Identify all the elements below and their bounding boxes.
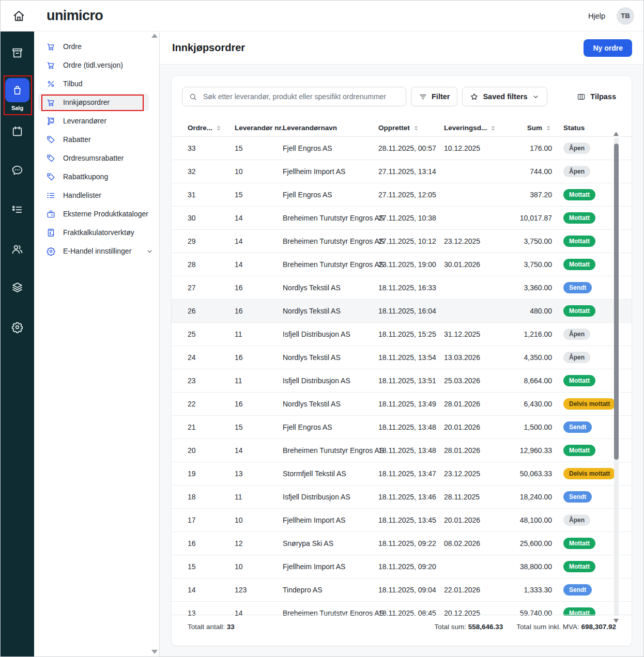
bag-icon (5, 78, 29, 102)
toolbar: Filter Saved filters Tilpass (182, 87, 616, 106)
rail-item-salg[interactable]: Salg (1, 78, 34, 111)
cell-opprettet: 18.11.2025, 13:48 (378, 416, 444, 439)
status-badge: Mottatt (563, 445, 595, 456)
cell-opprettet: 27.11.2025, 13:14 (378, 160, 444, 183)
column-header-sum[interactable]: Sum (480, 119, 552, 137)
tag-icon (46, 135, 56, 145)
table-row[interactable]: 2216Nordlys Tekstil AS18.11.2025, 13:492… (172, 393, 632, 416)
table-row[interactable]: 2311Isfjell Distribusjon AS18.11.2025, 1… (172, 369, 632, 393)
customize-label: Tilpass (590, 92, 616, 101)
rail-item-chat[interactable] (1, 164, 34, 179)
table-row[interactable]: 3210Fjellheim Import AS27.11.2025, 13:14… (172, 160, 632, 183)
table-row[interactable]: 1314Breheimen Turutstyr Engros AS18.11.2… (172, 602, 632, 616)
cart-icon (46, 60, 56, 70)
cell-leverandor-nr: 11 (235, 486, 280, 509)
cell-ordrenummer: 26 (188, 300, 232, 323)
table-row[interactable]: 3115Fjell Engros AS27.11.2025, 12:05387.… (172, 183, 632, 207)
status-badge: Åpen (563, 143, 590, 154)
table-row[interactable]: 2914Breheimen Turutstyr Engros AS27.11.2… (172, 230, 632, 253)
scrollbar-thumb[interactable] (614, 144, 619, 460)
cell-opprettet: 18.11.2025, 15:25 (378, 323, 444, 346)
sidebar-scroll-up-icon[interactable] (151, 34, 158, 38)
cell-status: Mottatt (563, 305, 595, 317)
sidebar-item-ordre[interactable]: Ordre (38, 38, 149, 55)
sidebar-item-leverand-rer[interactable]: Leverandører (38, 112, 149, 130)
cell-status: Delvis mottatt (563, 398, 616, 410)
table-row[interactable]: 1510Fjellheim Import AS18.11.2025, 09:20… (172, 555, 632, 578)
status-badge: Åpen (563, 352, 590, 363)
cell-status: Sendt (563, 282, 592, 293)
avatar[interactable]: TB (617, 7, 634, 25)
saved-filters-button[interactable]: Saved filters (462, 87, 547, 106)
status-badge: Delvis mottatt (563, 398, 616, 410)
table-row[interactable]: 2814Breheimen Turutstyr Engros AS23.11.2… (172, 253, 632, 276)
table-header-row: Ordre...Leverandør nr.LeverandørnavnOppr… (172, 119, 632, 137)
cell-opprettet: 18.11.2025, 13:46 (378, 486, 444, 509)
cell-status: Sendt (563, 491, 592, 503)
sidebar-item-fraktkalkulatorverkt-y[interactable]: Fraktkalkulatorverktøy (38, 224, 149, 241)
scroll-up-icon[interactable] (614, 132, 619, 136)
new-order-button[interactable]: Ny ordre (584, 39, 632, 57)
sidebar-item-innkj-psordrer[interactable]: Innkjøpsordrer (38, 93, 149, 111)
column-header-opprettet[interactable]: Opprettet (378, 119, 444, 137)
sidebar-item-tilbud[interactable]: Tilbud (38, 75, 149, 92)
help-link[interactable]: Hjelp (588, 12, 605, 20)
sidebar-item-e-handel-innstillinger[interactable]: E-Handel innstillinger (38, 242, 149, 260)
rail-item-settings[interactable] (1, 321, 34, 336)
sidebar-item-rabatter[interactable]: Rabatter (38, 131, 149, 148)
cell-status: Sendt (563, 421, 592, 433)
table-row[interactable]: 1612Snørypa Ski AS18.11.2025, 09:2208.02… (172, 532, 632, 555)
rail-item-calendar[interactable] (1, 125, 34, 140)
rail-item-contacts[interactable] (1, 243, 34, 258)
cell-sum: 1,216.00 (480, 323, 552, 346)
rail-item-archive[interactable] (1, 46, 34, 61)
cell-leverandor-nr: 14 (235, 230, 280, 253)
filter-button[interactable]: Filter (411, 87, 457, 106)
status-badge: Åpen (563, 328, 590, 340)
cell-ordrenummer: 27 (188, 276, 232, 300)
table-row[interactable]: 2115Fjell Engros AS18.11.2025, 13:4820.0… (172, 416, 632, 439)
table-row[interactable]: 1710Fjellheim Import AS18.11.2025, 13:45… (172, 509, 632, 532)
percent-icon (46, 79, 56, 89)
list-icon (46, 191, 56, 200)
table-row[interactable]: 2511Isfjell Distribusjon AS18.11.2025, 1… (172, 323, 632, 346)
home-icon[interactable] (12, 9, 26, 23)
table-row[interactable]: 14123Tindepro AS18.11.2025, 09:0422.01.2… (172, 578, 632, 602)
table-row[interactable]: 3315Fjell Engros AS28.11.2025, 00:5710.1… (172, 137, 632, 160)
gear-icon (46, 246, 56, 256)
column-label: Status (563, 124, 585, 132)
sidebar-item-handlelister[interactable]: Handlelister (38, 186, 149, 204)
table-row[interactable]: 2616Nordlys Tekstil AS18.11.2025, 16:044… (172, 300, 632, 323)
cell-ordrenummer: 28 (188, 253, 232, 276)
rail-item-layers[interactable] (1, 281, 34, 296)
cell-leverandornavn: Snørypa Ski AS (283, 532, 378, 555)
table-row[interactable]: 2416Nordlys Tekstil AS18.11.2025, 13:541… (172, 346, 632, 369)
table-row[interactable]: 3014Breheimen Turutstyr Engros AS27.11.2… (172, 207, 632, 230)
column-label: Sum (527, 124, 542, 132)
search-input[interactable] (202, 92, 406, 101)
cell-leverandor-nr: 11 (235, 369, 280, 393)
sidebar-item-ordresumsrabatter[interactable]: Ordresumsrabatter (38, 149, 149, 167)
table-row[interactable]: 1811Isfjell Distribusjon AS18.11.2025, 1… (172, 486, 632, 509)
cell-leverandornavn: Breheimen Turutstyr Engros AS (283, 602, 378, 616)
rail-item-tasks[interactable] (1, 203, 34, 218)
search-icon (189, 92, 197, 101)
cell-sum: 8,664.00 (480, 369, 552, 393)
sidebar-item-rabattkupong[interactable]: Rabattkupong (38, 168, 149, 185)
sidebar-scroll-down-icon[interactable] (151, 650, 158, 654)
status-badge: Sendt (563, 282, 592, 293)
customize-button[interactable]: Tilpass (577, 92, 616, 101)
table-scrollbar[interactable] (614, 138, 619, 616)
archive-icon (11, 46, 24, 61)
cell-opprettet: 28.11.2025, 00:57 (378, 137, 444, 160)
table-row[interactable]: 1913Stormfjell Tekstil AS18.11.2025, 13:… (172, 462, 632, 486)
table-row[interactable]: 2716Nordlys Tekstil AS18.11.2025, 16:333… (172, 276, 632, 300)
sidebar-item-eksterne-produktkataloger[interactable]: Eksterne Produktkataloger (38, 205, 149, 223)
table-row[interactable]: 2014Breheimen Turutstyr Engros AS18.11.2… (172, 439, 632, 462)
cell-ordrenummer: 32 (188, 160, 232, 183)
rail-item-label: Salg (11, 105, 23, 111)
sidebar-item-ordre-tidl-versjon[interactable]: Ordre (tidl.versjon) (38, 56, 149, 74)
cell-leverandornavn: Fjellheim Import AS (283, 555, 378, 578)
column-header-ordre[interactable]: Ordre... (188, 119, 232, 137)
cell-ordrenummer: 20 (188, 439, 232, 462)
